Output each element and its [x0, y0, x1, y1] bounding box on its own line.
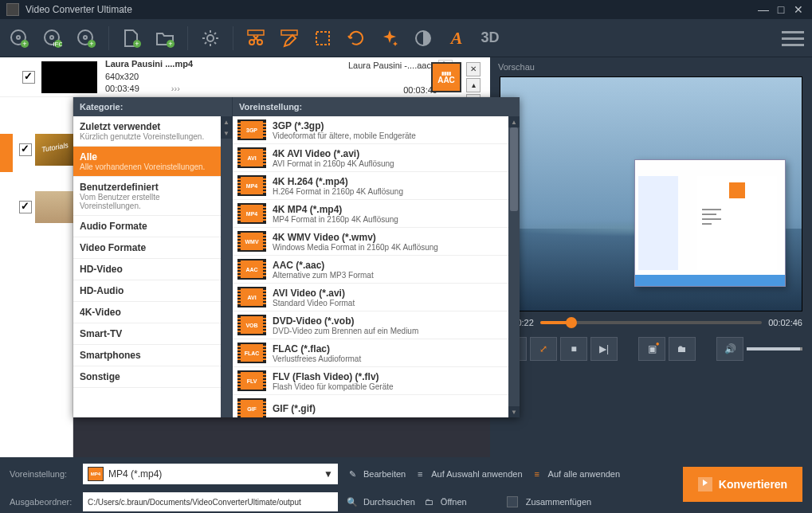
- file-checkbox-2[interactable]: [19, 143, 32, 156]
- add-disc-2-icon[interactable]: IFO: [41, 27, 64, 49]
- player-timeline: 00:00:22 00:02:46: [490, 311, 812, 334]
- svg-rect-20: [281, 30, 297, 35]
- file-row[interactable]: Laura Pausini ....mp4 640x320 00:03:49››…: [0, 57, 490, 97]
- category-item[interactable]: HD-Video: [73, 259, 221, 280]
- list-orange-icon: ≡: [531, 468, 543, 480]
- snapshot-folder-button[interactable]: 🖿: [669, 337, 696, 361]
- browse-button[interactable]: 🔍Durchsuchen: [346, 495, 415, 508]
- apply-all-button[interactable]: ≡Auf alle anwenden: [531, 468, 621, 480]
- category-scrollbar[interactable]: ▲▼: [221, 116, 232, 417]
- apply-selection-button[interactable]: ≡Auf Auswahl anwenden: [414, 468, 522, 480]
- move-up-button[interactable]: ▴: [466, 78, 481, 92]
- category-item[interactable]: Smart-TV: [73, 323, 221, 345]
- contrast-icon[interactable]: [412, 27, 434, 49]
- menu-icon[interactable]: [782, 27, 804, 49]
- add-folder-icon[interactable]: +: [154, 27, 176, 49]
- preview-window-mock: ▬▬▬▬▬▬▬▬▬▬▬▬▬: [634, 159, 786, 287]
- edit-icon[interactable]: [278, 27, 300, 49]
- output-path-input[interactable]: [83, 492, 338, 511]
- convert-button[interactable]: Konvertieren: [683, 467, 802, 502]
- svg-text:IFO: IFO: [53, 41, 62, 48]
- 3d-icon[interactable]: 3D: [479, 27, 501, 49]
- seek-slider[interactable]: [540, 321, 762, 324]
- file-checkbox-3[interactable]: [19, 201, 32, 213]
- volume-button[interactable]: 🔊: [716, 337, 743, 361]
- preset-select[interactable]: MP4 MP4 (*.mp4) ▼: [83, 464, 338, 484]
- preset-list[interactable]: 3GP3GP (*.3gp)Videoformat für ältere, mo…: [233, 116, 508, 417]
- volume-slider[interactable]: [747, 347, 802, 350]
- preset-item[interactable]: FLVFLV (Flash Video) (*.flv)Flash Video …: [233, 367, 508, 395]
- preset-item[interactable]: AVI4K AVI Video (*.avi)AVI Format in 216…: [233, 144, 508, 172]
- preset-item[interactable]: 3GP3GP (*.3gp)Videoformat für ältere, mo…: [233, 116, 508, 144]
- folder-icon: 🗀: [423, 495, 436, 508]
- effects-icon[interactable]: [379, 27, 401, 49]
- edit-preset-button[interactable]: ✎Bearbeiten: [346, 468, 406, 480]
- snapshot-button[interactable]: ▣●: [638, 337, 665, 361]
- preset-dropdown-panel: Kategorie: Zuletzt verwendetKürzlich gen…: [73, 97, 520, 417]
- add-disc-3-icon[interactable]: +: [75, 27, 97, 49]
- app-icon: [6, 3, 19, 16]
- open-folder-button[interactable]: 🗀Öffnen: [423, 495, 467, 508]
- preset-item[interactable]: VOBDVD-Video (*.vob)DVD-Video zum Brenne…: [233, 311, 508, 339]
- file-checkbox[interactable]: [22, 71, 35, 84]
- preview-video[interactable]: ▬▬▬▬▬▬▬▬▬▬▬▬▬: [500, 76, 802, 311]
- category-header: Kategorie:: [73, 97, 232, 116]
- rotate-icon[interactable]: [345, 27, 367, 49]
- stop-button[interactable]: ■: [560, 337, 587, 361]
- preset-item[interactable]: AACAAC (*.aac)Alternative zum MP3 Format: [233, 256, 508, 284]
- preset-item[interactable]: AVIAVI Video (*.avi)Standard Video Forma…: [233, 284, 508, 311]
- preset-item[interactable]: GIFGIF (*.gif): [233, 395, 508, 417]
- add-disc-1-icon[interactable]: +: [8, 27, 30, 49]
- preset-header: Voreinstellung:: [233, 97, 520, 116]
- preset-select-value: MP4 (*.mp4): [108, 468, 162, 480]
- convert-icon: [698, 477, 712, 491]
- svg-rect-17: [248, 30, 264, 35]
- preview-label: Vorschau: [490, 57, 812, 76]
- next-button[interactable]: ▶|: [590, 337, 618, 361]
- preset-item[interactable]: WMV4K WMV Video (*.wmv)Windows Media For…: [233, 228, 508, 256]
- file-output-info: Laura Pausini -....aac 00:03:49 ▮▮▮▮AAC …: [348, 60, 484, 95]
- preset-item[interactable]: FLACFLAC (*.flac)Verlustfreies Audioform…: [233, 339, 508, 367]
- text-icon[interactable]: A: [445, 27, 468, 49]
- add-file-icon[interactable]: +: [120, 27, 143, 49]
- file-list-pane: Laura Pausini ....mp4 640x320 00:03:49››…: [0, 57, 490, 457]
- svg-text:+: +: [89, 40, 93, 48]
- category-item[interactable]: Zuletzt verwendetKürzlich genutzte Vorei…: [73, 116, 221, 147]
- category-list[interactable]: Zuletzt verwendetKürzlich genutzte Vorei…: [73, 116, 221, 417]
- preset-scrollbar[interactable]: ▲▼: [508, 116, 520, 417]
- cut-icon[interactable]: [245, 27, 267, 49]
- preset-label: Voreinstellung:: [10, 469, 75, 479]
- svg-text:+: +: [135, 40, 139, 48]
- arrows-icon: ›››: [171, 83, 180, 95]
- output-label: Ausgabeordner:: [10, 497, 75, 507]
- svg-text:+: +: [168, 40, 172, 48]
- preset-item[interactable]: MP44K H.264 (*.mp4)H.264 Format in 2160p…: [233, 172, 508, 200]
- merge-checkbox[interactable]: [507, 496, 518, 507]
- category-item[interactable]: HD-Audio: [73, 280, 221, 302]
- file-name: Laura Pausini ....mp4: [105, 58, 348, 70]
- category-item[interactable]: Audio Formate: [73, 216, 221, 237]
- category-item[interactable]: Smartphones: [73, 345, 221, 366]
- list-icon: ≡: [414, 468, 426, 480]
- category-item[interactable]: BenutzerdefiniertVom Benutzer erstellte …: [73, 177, 221, 216]
- preset-select-icon: MP4: [88, 467, 104, 481]
- frame-button[interactable]: ⤢: [530, 337, 557, 361]
- time-total: 00:02:46: [768, 318, 802, 327]
- category-item[interactable]: 4K-Video: [73, 302, 221, 323]
- svg-point-9: [84, 36, 87, 39]
- format-badge[interactable]: ▮▮▮▮AAC: [431, 62, 461, 92]
- settings-icon[interactable]: [199, 27, 222, 49]
- svg-rect-21: [316, 32, 329, 45]
- minimize-button[interactable]: —: [756, 2, 771, 17]
- preset-item[interactable]: MP44K MP4 (*.mp4)MP4 Format in 2160p 4K …: [233, 200, 508, 228]
- selected-row-marker: [0, 134, 13, 172]
- crop-icon[interactable]: [312, 27, 334, 49]
- file-resolution: 640x320: [105, 71, 348, 83]
- category-item[interactable]: Sonstige: [73, 366, 221, 388]
- category-item[interactable]: Video Formate: [73, 237, 221, 259]
- maximize-button[interactable]: □: [774, 2, 788, 17]
- category-item[interactable]: AlleAlle vorhandenen Voreinstellungen.: [73, 147, 221, 177]
- remove-file-button[interactable]: ✕: [466, 62, 481, 76]
- close-button[interactable]: ✕: [791, 2, 806, 17]
- search-icon: 🔍: [346, 495, 359, 508]
